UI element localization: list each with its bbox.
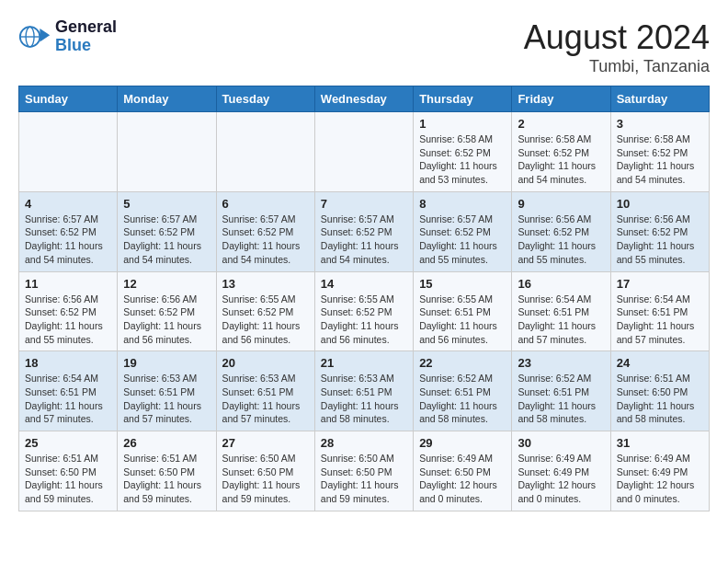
day-header-wednesday: Wednesday [314, 86, 413, 112]
day-number: 11 [25, 277, 111, 291]
calendar-cell: 29Sunrise: 6:49 AM Sunset: 6:50 PM Dayli… [414, 431, 512, 511]
day-number: 2 [518, 117, 604, 131]
day-number: 26 [123, 436, 210, 450]
calendar-cell: 9Sunrise: 6:56 AM Sunset: 6:52 PM Daylig… [512, 191, 610, 271]
day-info: Sunrise: 6:50 AM Sunset: 6:50 PM Dayligh… [321, 452, 407, 506]
day-info: Sunrise: 6:55 AM Sunset: 6:51 PM Dayligh… [419, 293, 506, 347]
calendar-cell: 12Sunrise: 6:56 AM Sunset: 6:52 PM Dayli… [118, 271, 216, 351]
day-header-thursday: Thursday [414, 86, 512, 112]
calendar-cell: 15Sunrise: 6:55 AM Sunset: 6:51 PM Dayli… [414, 271, 512, 351]
calendar-cell: 20Sunrise: 6:53 AM Sunset: 6:51 PM Dayli… [216, 351, 314, 431]
day-info: Sunrise: 6:58 AM Sunset: 6:52 PM Dayligh… [518, 132, 604, 187]
day-info: Sunrise: 6:56 AM Sunset: 6:52 PM Dayligh… [617, 213, 703, 267]
day-info: Sunrise: 6:49 AM Sunset: 6:49 PM Dayligh… [518, 452, 604, 506]
calendar-cell: 17Sunrise: 6:54 AM Sunset: 6:51 PM Dayli… [610, 271, 709, 351]
day-info: Sunrise: 6:50 AM Sunset: 6:50 PM Dayligh… [222, 452, 309, 506]
day-number: 20 [222, 356, 309, 370]
day-info: Sunrise: 6:57 AM Sunset: 6:52 PM Dayligh… [25, 213, 111, 267]
day-info: Sunrise: 6:49 AM Sunset: 6:50 PM Dayligh… [419, 452, 506, 506]
day-number: 7 [321, 197, 407, 211]
day-number: 21 [321, 356, 407, 370]
calendar-week-5: 25Sunrise: 6:51 AM Sunset: 6:50 PM Dayli… [19, 431, 710, 511]
day-info: Sunrise: 6:49 AM Sunset: 6:49 PM Dayligh… [617, 452, 703, 506]
calendar-table: SundayMondayTuesdayWednesdayThursdayFrid… [18, 86, 710, 511]
calendar-cell: 19Sunrise: 6:53 AM Sunset: 6:51 PM Dayli… [118, 351, 216, 431]
day-info: Sunrise: 6:54 AM Sunset: 6:51 PM Dayligh… [617, 293, 703, 347]
day-number: 24 [617, 356, 703, 370]
day-number: 29 [419, 436, 506, 450]
day-info: Sunrise: 6:57 AM Sunset: 6:52 PM Dayligh… [419, 213, 506, 267]
day-number: 12 [123, 277, 210, 291]
calendar-cell: 1Sunrise: 6:58 AM Sunset: 6:52 PM Daylig… [414, 112, 512, 192]
calendar-cell: 31Sunrise: 6:49 AM Sunset: 6:49 PM Dayli… [610, 431, 709, 511]
calendar-cell: 18Sunrise: 6:54 AM Sunset: 6:51 PM Dayli… [19, 351, 118, 431]
day-header-friday: Friday [512, 86, 610, 112]
day-info: Sunrise: 6:53 AM Sunset: 6:51 PM Dayligh… [222, 372, 309, 426]
logo-icon [18, 20, 51, 53]
logo-line1: General [55, 18, 117, 37]
calendar-cell: 24Sunrise: 6:51 AM Sunset: 6:50 PM Dayli… [610, 351, 709, 431]
calendar-week-2: 4Sunrise: 6:57 AM Sunset: 6:52 PM Daylig… [19, 191, 710, 271]
logo: General Blue [18, 18, 117, 55]
day-number: 30 [518, 436, 604, 450]
day-number: 13 [222, 277, 309, 291]
calendar-cell [314, 112, 413, 192]
calendar-cell: 10Sunrise: 6:56 AM Sunset: 6:52 PM Dayli… [610, 191, 709, 271]
calendar-cell: 27Sunrise: 6:50 AM Sunset: 6:50 PM Dayli… [216, 431, 314, 511]
day-header-sunday: Sunday [19, 86, 118, 112]
calendar-cell: 30Sunrise: 6:49 AM Sunset: 6:49 PM Dayli… [512, 431, 610, 511]
day-number: 6 [222, 197, 309, 211]
day-number: 28 [321, 436, 407, 450]
calendar-cell: 7Sunrise: 6:57 AM Sunset: 6:52 PM Daylig… [314, 191, 413, 271]
day-number: 4 [25, 197, 111, 211]
day-info: Sunrise: 6:55 AM Sunset: 6:52 PM Dayligh… [321, 293, 407, 347]
calendar-cell: 23Sunrise: 6:52 AM Sunset: 6:51 PM Dayli… [512, 351, 610, 431]
calendar-title: August 2024 [524, 18, 710, 57]
day-number: 25 [25, 436, 111, 450]
day-number: 22 [419, 356, 506, 370]
title-block: August 2024 Tumbi, Tanzania [524, 18, 710, 76]
calendar-cell: 13Sunrise: 6:55 AM Sunset: 6:52 PM Dayli… [216, 271, 314, 351]
calendar-cell: 8Sunrise: 6:57 AM Sunset: 6:52 PM Daylig… [414, 191, 512, 271]
calendar-cell [118, 112, 216, 192]
day-number: 3 [617, 117, 703, 131]
day-info: Sunrise: 6:54 AM Sunset: 6:51 PM Dayligh… [518, 293, 604, 347]
calendar-cell: 2Sunrise: 6:58 AM Sunset: 6:52 PM Daylig… [512, 112, 610, 192]
calendar-cell: 22Sunrise: 6:52 AM Sunset: 6:51 PM Dayli… [414, 351, 512, 431]
calendar-header: SundayMondayTuesdayWednesdayThursdayFrid… [19, 86, 710, 112]
day-number: 9 [518, 197, 604, 211]
day-info: Sunrise: 6:57 AM Sunset: 6:52 PM Dayligh… [321, 213, 407, 267]
day-info: Sunrise: 6:54 AM Sunset: 6:51 PM Dayligh… [25, 372, 111, 426]
day-info: Sunrise: 6:51 AM Sunset: 6:50 PM Dayligh… [25, 452, 111, 506]
calendar-cell: 28Sunrise: 6:50 AM Sunset: 6:50 PM Dayli… [314, 431, 413, 511]
calendar-cell: 5Sunrise: 6:57 AM Sunset: 6:52 PM Daylig… [118, 191, 216, 271]
calendar-cell: 4Sunrise: 6:57 AM Sunset: 6:52 PM Daylig… [19, 191, 118, 271]
day-number: 1 [419, 117, 506, 131]
day-info: Sunrise: 6:51 AM Sunset: 6:50 PM Dayligh… [617, 372, 703, 426]
day-info: Sunrise: 6:55 AM Sunset: 6:52 PM Dayligh… [222, 293, 309, 347]
calendar-cell: 6Sunrise: 6:57 AM Sunset: 6:52 PM Daylig… [216, 191, 314, 271]
day-info: Sunrise: 6:51 AM Sunset: 6:50 PM Dayligh… [123, 452, 210, 506]
day-info: Sunrise: 6:56 AM Sunset: 6:52 PM Dayligh… [123, 293, 210, 347]
day-info: Sunrise: 6:56 AM Sunset: 6:52 PM Dayligh… [518, 213, 604, 267]
day-number: 14 [321, 277, 407, 291]
svg-marker-4 [40, 29, 50, 41]
day-number: 19 [123, 356, 210, 370]
day-info: Sunrise: 6:56 AM Sunset: 6:52 PM Dayligh… [25, 293, 111, 347]
calendar-cell: 11Sunrise: 6:56 AM Sunset: 6:52 PM Dayli… [19, 271, 118, 351]
calendar-cell: 26Sunrise: 6:51 AM Sunset: 6:50 PM Dayli… [118, 431, 216, 511]
day-info: Sunrise: 6:57 AM Sunset: 6:52 PM Dayligh… [222, 213, 309, 267]
calendar-cell [19, 112, 118, 192]
day-info: Sunrise: 6:53 AM Sunset: 6:51 PM Dayligh… [321, 372, 407, 426]
calendar-cell: 25Sunrise: 6:51 AM Sunset: 6:50 PM Dayli… [19, 431, 118, 511]
calendar-cell: 3Sunrise: 6:58 AM Sunset: 6:52 PM Daylig… [610, 112, 709, 192]
day-info: Sunrise: 6:58 AM Sunset: 6:52 PM Dayligh… [419, 132, 506, 187]
calendar-week-3: 11Sunrise: 6:56 AM Sunset: 6:52 PM Dayli… [19, 271, 710, 351]
day-number: 10 [617, 197, 703, 211]
day-info: Sunrise: 6:52 AM Sunset: 6:51 PM Dayligh… [419, 372, 506, 426]
day-info: Sunrise: 6:52 AM Sunset: 6:51 PM Dayligh… [518, 372, 604, 426]
logo-line2: Blue [55, 37, 117, 55]
page-header: General Blue August 2024 Tumbi, Tanzania [18, 18, 710, 76]
day-number: 8 [419, 197, 506, 211]
day-number: 31 [617, 436, 703, 450]
